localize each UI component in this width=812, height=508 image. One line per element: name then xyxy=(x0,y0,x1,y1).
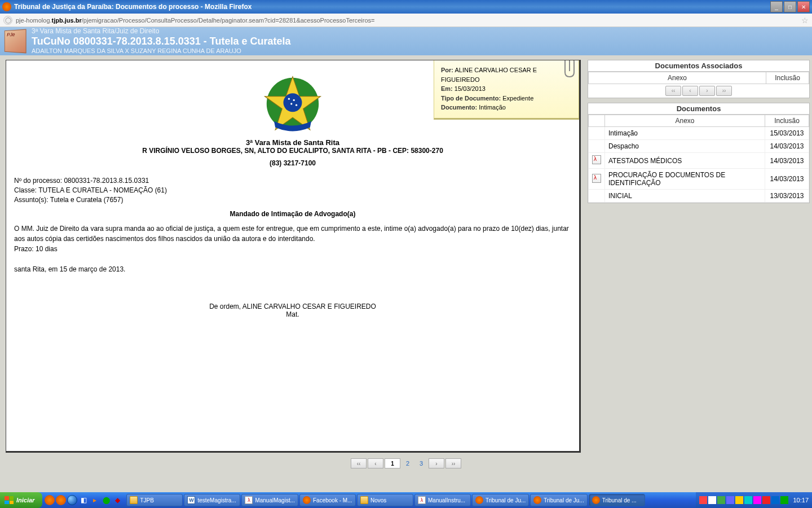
taskbar-task[interactable]: WtesteMagistra... xyxy=(184,494,240,506)
docs-anexo-header[interactable]: Anexo xyxy=(605,115,765,127)
case-title: TuCuNo 0800331-78.2013.8.15.0331 - Tutel… xyxy=(32,36,291,48)
page-1-button[interactable]: 1 xyxy=(385,458,400,468)
nav-first-button[interactable]: ‹‹ xyxy=(665,86,681,96)
documents-panel: Documentos Anexo Inclusão Intimação15/03… xyxy=(588,103,810,203)
main-area: Por: ALINE CARVALHO CESAR E FIGUEIREDO E… xyxy=(0,55,812,457)
tray-icon[interactable] xyxy=(744,496,752,504)
pagination-bar: ‹‹ ‹ 1 2 3 › ›› xyxy=(0,457,812,470)
site-identity-icon[interactable]: ◯ xyxy=(3,16,12,25)
right-sidebar: Documentos Associados Anexo Inclusão ‹‹ … xyxy=(586,55,812,457)
table-row[interactable]: ATESTADOS MÉDICOS14/03/2013 xyxy=(589,153,809,169)
sticky-em-value: 15/03/2013 xyxy=(454,85,486,92)
url-text[interactable]: pje-homolog.tjpb.jus.br/pjemigracao/Proc… xyxy=(16,17,798,24)
taskbar-task[interactable]: Tribunal de Ju... xyxy=(530,494,587,506)
ql-app-icon[interactable]: ⬤ xyxy=(101,495,111,505)
document-body: O MM. Juiz de Direito da vara supra mand… xyxy=(14,224,571,274)
page-last-button[interactable]: ›› xyxy=(445,458,461,468)
row-date: 14/03/2013 xyxy=(765,140,809,153)
pdf-icon: λ xyxy=(245,496,253,504)
task-label: Novos xyxy=(370,497,386,503)
tray-icon[interactable] xyxy=(753,496,761,504)
table-row[interactable]: Intimação15/03/2013 xyxy=(589,127,809,140)
folder-icon xyxy=(360,496,368,504)
page-prev-button[interactable]: ‹ xyxy=(368,458,383,468)
start-button[interactable]: Iniciar xyxy=(0,492,42,508)
tray-icon[interactable] xyxy=(780,496,788,504)
signature-block: De ordem, ALINE CARVALHO CESAR E FIGUEIR… xyxy=(14,303,571,318)
table-row[interactable]: PROCURAÇÃO E DOCUMENTOS DE IDENTIFICAÇÃO… xyxy=(589,169,809,190)
tray-icon[interactable] xyxy=(762,496,770,504)
taskbar: Iniciar ◧ ▸ ⬤ ◆ TJPBWtesteMagistra...λMa… xyxy=(0,492,812,508)
tray-icon[interactable] xyxy=(726,496,734,504)
svg-point-5 xyxy=(290,103,292,104)
word-icon: W xyxy=(187,496,195,504)
row-name[interactable]: INICIAL xyxy=(605,190,765,203)
assunto-label: Assunto(s): xyxy=(14,196,50,204)
tray-clock[interactable]: 10:17 xyxy=(789,497,809,503)
nav-next-button[interactable]: › xyxy=(699,86,715,96)
taskbar-task[interactable]: TJPB xyxy=(126,494,183,506)
classe-label: Classe: xyxy=(14,186,38,194)
taskbar-task[interactable]: Tribunal de Ju... xyxy=(472,494,529,506)
pdf-icon[interactable] xyxy=(592,174,601,183)
docs-inclusao-header[interactable]: Inclusão xyxy=(765,115,809,127)
row-name[interactable]: ATESTADOS MÉDICOS xyxy=(605,153,765,169)
associated-docs-panel: Documentos Associados Anexo Inclusão ‹‹ … xyxy=(588,60,810,98)
docs-panel-title: Documentos xyxy=(588,103,809,115)
nav-last-button[interactable]: ›› xyxy=(716,86,732,96)
body-date: santa Rita, em 15 de março de 2013. xyxy=(14,264,571,274)
tray-icon[interactable] xyxy=(708,496,716,504)
sticky-note: Por: ALINE CARVALHO CESAR E FIGUEIREDO E… xyxy=(434,60,580,120)
folder-icon xyxy=(130,496,138,504)
bookmark-star-icon[interactable]: ☆ xyxy=(801,16,809,25)
taskbar-task[interactable]: Novos xyxy=(357,494,413,506)
document-title: Mandado de Intimação de Advogado(a) xyxy=(14,210,571,218)
tray-icon[interactable] xyxy=(699,496,707,504)
page-first-button[interactable]: ‹‹ xyxy=(351,458,367,468)
ql-app-icon-2[interactable]: ◆ xyxy=(112,495,122,505)
document-pane: Por: ALINE CARVALHO CESAR E FIGUEIREDO E… xyxy=(0,55,586,457)
row-icon-cell xyxy=(589,153,605,169)
sign-mat: Mat. xyxy=(14,310,571,318)
row-name[interactable]: PROCURAÇÃO E DOCUMENTOS DE IDENTIFICAÇÃO xyxy=(605,169,765,190)
row-name[interactable]: Despacho xyxy=(605,140,765,153)
minimize-button[interactable]: _ xyxy=(770,1,783,12)
taskbar-task[interactable]: Facebook - M... xyxy=(299,494,356,506)
maximize-button[interactable]: □ xyxy=(784,1,796,12)
ql-desktop-icon[interactable]: ◧ xyxy=(78,495,89,505)
ql-firefox-icon[interactable] xyxy=(45,495,55,505)
quick-launch: ◧ ▸ ⬤ ◆ xyxy=(42,495,125,505)
ql-ie-icon[interactable] xyxy=(67,495,77,505)
close-button[interactable]: ✕ xyxy=(797,1,810,12)
taskbar-task[interactable]: Tribunal de ... xyxy=(589,494,645,506)
court-path: 3ª Vara Mista de Santa Rita/Juiz de Dire… xyxy=(32,27,291,35)
tray-icon[interactable] xyxy=(771,496,779,504)
classe-value: TUTELA E CURATELA - NOMEAÇÃO (61) xyxy=(38,186,167,194)
firefox-icon xyxy=(303,496,311,504)
page-3-link[interactable]: 3 xyxy=(415,460,427,467)
tray-icon[interactable] xyxy=(717,496,725,504)
taskbar-task[interactable]: λManualInstru... xyxy=(414,494,471,506)
window-titlebar: Tribunal de Justiça da Paraíba: Document… xyxy=(0,0,812,14)
nav-prev-button[interactable]: ‹ xyxy=(682,86,698,96)
tray-icon[interactable] xyxy=(735,496,743,504)
task-label: ManualInstru... xyxy=(428,497,465,503)
taskbar-task[interactable]: λManualMagist... xyxy=(241,494,298,506)
page-next-button[interactable]: › xyxy=(429,458,444,468)
court-phone: (83) 3217-7100 xyxy=(14,159,571,167)
table-row[interactable]: Despacho14/03/2013 xyxy=(589,140,809,153)
page-2-link[interactable]: 2 xyxy=(401,460,414,467)
pdf-icon[interactable] xyxy=(592,155,601,164)
sticky-por-label: Por: xyxy=(441,67,453,73)
table-row[interactable]: INICIAL13/03/2013 xyxy=(589,190,809,203)
ql-firefox-icon-2[interactable] xyxy=(56,495,66,505)
paperclip-icon xyxy=(563,60,576,78)
assoc-anexo-header[interactable]: Anexo xyxy=(589,72,766,84)
row-name[interactable]: Intimação xyxy=(605,127,765,140)
row-icon-cell xyxy=(589,190,605,203)
sticky-doc-label: Documento: xyxy=(441,104,477,111)
url-domain: tjpb.jus.br xyxy=(52,17,82,24)
ql-player-icon[interactable]: ▸ xyxy=(90,495,100,505)
row-date: 13/03/2013 xyxy=(765,190,809,203)
assoc-inclusao-header[interactable]: Inclusão xyxy=(766,72,809,84)
